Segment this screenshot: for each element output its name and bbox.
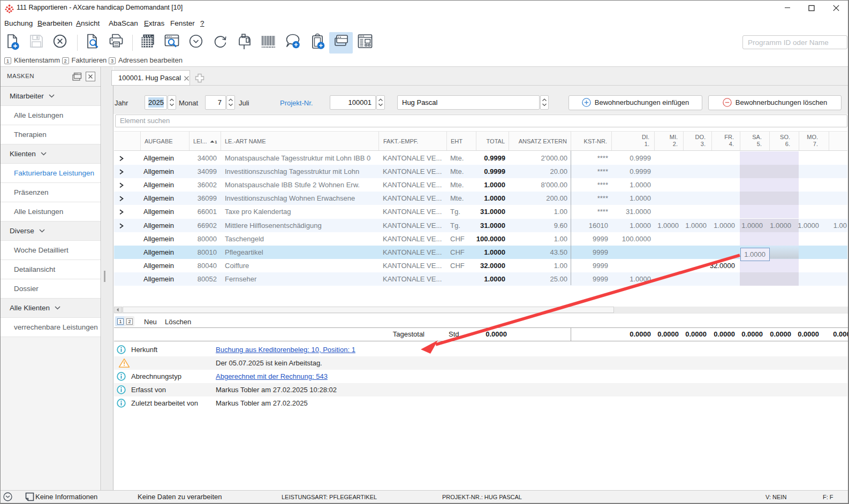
svg-text:1: 1 [215, 140, 217, 144]
